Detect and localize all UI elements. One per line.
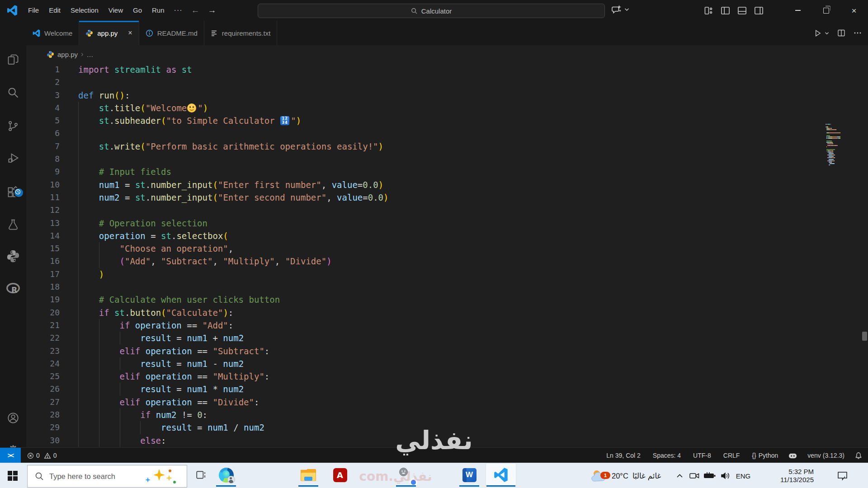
more-actions-icon[interactable] bbox=[854, 29, 862, 37]
notifications-bell-icon[interactable] bbox=[855, 452, 862, 459]
problems-button[interactable]: 0 0 bbox=[25, 452, 59, 459]
line-number[interactable]: 19 bbox=[26, 293, 60, 306]
line-number[interactable]: 10 bbox=[26, 178, 60, 191]
line-number[interactable]: 8 bbox=[26, 153, 60, 165]
menu-edit[interactable]: Edit bbox=[44, 0, 66, 21]
scrollbar-thumb[interactable] bbox=[862, 332, 867, 341]
line-number[interactable]: 18 bbox=[26, 281, 60, 293]
line-number[interactable]: 4 bbox=[26, 102, 60, 114]
line-number[interactable]: 11 bbox=[26, 191, 60, 204]
taskbar-app-edge[interactable] bbox=[212, 463, 240, 487]
source-control-icon[interactable] bbox=[0, 115, 26, 137]
menu-go[interactable]: Go bbox=[128, 0, 147, 21]
taskbar-search-input[interactable]: Type here to search bbox=[27, 465, 187, 488]
run-python-file-button[interactable] bbox=[813, 29, 829, 38]
code-line[interactable] bbox=[78, 153, 796, 165]
line-number[interactable]: 1 bbox=[26, 63, 60, 76]
testing-icon[interactable] bbox=[0, 213, 26, 236]
line-number[interactable]: 17 bbox=[26, 268, 60, 281]
tray-volume-icon[interactable] bbox=[718, 463, 733, 488]
code-line[interactable] bbox=[78, 76, 796, 89]
search-icon[interactable] bbox=[0, 81, 26, 104]
split-editor-icon[interactable] bbox=[837, 28, 846, 38]
code-line[interactable]: if st.button("Calculate"): bbox=[78, 306, 796, 319]
toggle-sidebar-icon[interactable] bbox=[720, 5, 731, 16]
menu-view[interactable]: View bbox=[104, 0, 128, 21]
line-number[interactable]: 20 bbox=[26, 306, 60, 319]
code-line[interactable] bbox=[78, 281, 796, 293]
tab-close-button[interactable]: × bbox=[128, 29, 132, 37]
line-number[interactable]: 2 bbox=[26, 76, 60, 89]
tab-requirements-txt[interactable]: requirements.txt bbox=[204, 21, 278, 45]
run-debug-icon[interactable] bbox=[0, 147, 26, 169]
remote-indicator-button[interactable]: >< bbox=[0, 448, 21, 463]
code-line[interactable] bbox=[78, 204, 796, 216]
code-line[interactable]: "Choose an operation", bbox=[78, 242, 796, 255]
command-center-search[interactable]: Calculator bbox=[258, 4, 605, 18]
tab-welcome[interactable]: Welcome bbox=[26, 21, 79, 45]
tray-chevron-up-icon[interactable] bbox=[673, 463, 686, 488]
close-window-button[interactable]: × bbox=[840, 0, 868, 21]
menu-file[interactable]: File bbox=[23, 0, 44, 21]
task-view-button[interactable] bbox=[190, 463, 212, 487]
start-button[interactable] bbox=[0, 463, 25, 488]
minimap[interactable] bbox=[826, 124, 854, 168]
python-extension-icon[interactable] bbox=[0, 245, 26, 267]
line-number[interactable]: 5 bbox=[26, 114, 60, 127]
nav-back-button[interactable]: ← bbox=[187, 5, 204, 15]
code-line[interactable]: elif operation == "Subtract": bbox=[78, 345, 796, 357]
code-line[interactable]: def run(): bbox=[78, 89, 796, 102]
line-number[interactable]: 16 bbox=[26, 255, 60, 267]
code-line[interactable]: elif operation == "Divide": bbox=[78, 396, 796, 408]
tray-language-indicator[interactable]: ENG bbox=[733, 463, 753, 488]
code-line[interactable]: if num2 != 0: bbox=[78, 408, 796, 421]
code-line[interactable]: if operation == "Add": bbox=[78, 319, 796, 332]
code-line[interactable]: ("Add", "Subtract", "Multiply", "Divide"… bbox=[78, 255, 796, 267]
taskbar-weather-widget[interactable]: 1 20°C غائم غالبًا bbox=[590, 463, 661, 488]
line-number[interactable]: 27 bbox=[26, 396, 60, 408]
code-line[interactable] bbox=[78, 127, 796, 140]
toggle-secondary-sidebar-icon[interactable] bbox=[754, 5, 764, 16]
line-number[interactable]: 12 bbox=[26, 204, 60, 216]
r-extension-icon[interactable]: R bbox=[0, 277, 26, 300]
breadcrumb-file[interactable]: app.py bbox=[57, 51, 78, 58]
tray-battery-icon[interactable] bbox=[702, 463, 718, 488]
encoding[interactable]: UTF-8 bbox=[691, 452, 713, 459]
code-line[interactable]: import streamlit as st bbox=[78, 63, 796, 76]
code-line[interactable]: st.write("Perform basic arithmetic opera… bbox=[78, 140, 796, 153]
explorer-icon[interactable] bbox=[0, 48, 26, 71]
code-line[interactable]: st.subheader("to Simple Calculator ") bbox=[78, 114, 796, 127]
code-editor[interactable]: 1234567891011121314151617181920212223242… bbox=[26, 63, 868, 447]
tab-app-py[interactable]: app.py × bbox=[79, 21, 139, 45]
line-number[interactable]: 13 bbox=[26, 217, 60, 230]
search-highlights-sparkle-icon[interactable] bbox=[145, 469, 177, 484]
code-line[interactable]: operation = st.selectbox( bbox=[78, 230, 796, 242]
code-line[interactable]: num2 = st.number_input("Enter second num… bbox=[78, 191, 796, 204]
code-line[interactable]: st.title("Welcome") bbox=[78, 102, 796, 114]
line-number[interactable]: 3 bbox=[26, 89, 60, 102]
line-number[interactable]: 29 bbox=[26, 421, 60, 434]
breadcrumb-symbol[interactable]: … bbox=[86, 51, 93, 58]
menu-selection[interactable]: Selection bbox=[66, 0, 104, 21]
line-number[interactable]: 21 bbox=[26, 319, 60, 332]
code-line[interactable]: # Input fields bbox=[78, 165, 796, 178]
code-line[interactable]: num1 = st.number_input("Enter first numb… bbox=[78, 178, 796, 191]
menu-overflow-button[interactable]: ··· bbox=[170, 6, 187, 14]
line-number[interactable]: 6 bbox=[26, 127, 60, 140]
copilot-status-icon[interactable] bbox=[788, 452, 797, 459]
line-number[interactable]: 30 bbox=[26, 434, 60, 447]
chevron-down-icon[interactable] bbox=[825, 32, 829, 35]
nav-forward-button[interactable]: → bbox=[204, 5, 221, 15]
code-line[interactable]: # Calculate when user clicks button bbox=[78, 293, 796, 306]
copilot-button[interactable] bbox=[611, 4, 629, 15]
python-interpreter[interactable]: venv (3.12.3) bbox=[806, 452, 846, 459]
action-center-button[interactable] bbox=[831, 463, 854, 488]
restore-button[interactable] bbox=[812, 0, 840, 21]
code-line[interactable]: ) bbox=[78, 268, 796, 281]
tray-meet-now-icon[interactable] bbox=[687, 463, 702, 488]
line-number[interactable]: 26 bbox=[26, 383, 60, 395]
code-line[interactable]: # Operation selection bbox=[78, 217, 796, 230]
tray-clock[interactable]: 5:32 PM 11/13/2025 bbox=[756, 463, 814, 488]
line-number[interactable]: 7 bbox=[26, 140, 60, 153]
account-icon[interactable] bbox=[0, 407, 26, 429]
